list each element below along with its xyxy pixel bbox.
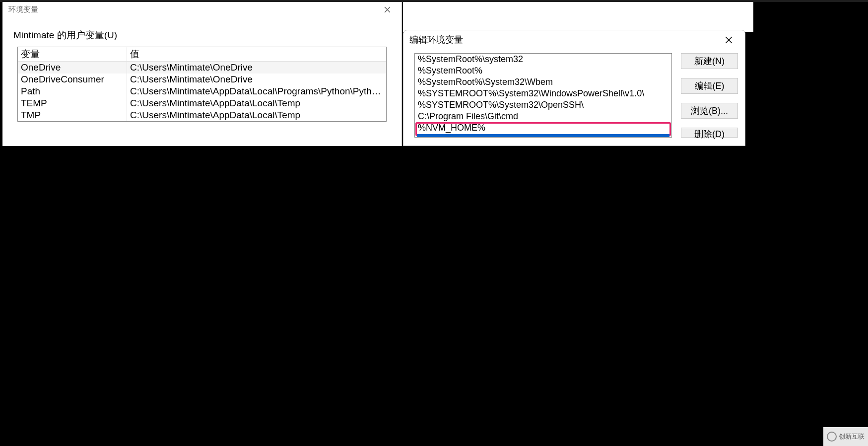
col-variable[interactable]: 变量 bbox=[18, 47, 127, 61]
table-header: 变量 值 bbox=[18, 47, 386, 62]
browse-button[interactable]: 浏览(B)... bbox=[681, 103, 738, 119]
edit-button[interactable]: 编辑(E) bbox=[681, 78, 738, 94]
title-bar: 环境变量 bbox=[2, 2, 401, 17]
list-item[interactable]: %SystemRoot%\system32 bbox=[415, 54, 671, 65]
table-row[interactable]: TEMP C:\Users\Mintimate\AppData\Local\Te… bbox=[18, 97, 386, 109]
user-vars-section-label: Mintimate 的用户变量(U) bbox=[2, 17, 401, 45]
list-item[interactable]: %SYSTEMROOT%\System32\OpenSSH\ bbox=[415, 99, 671, 111]
env-vars-dialog: 环境变量 Mintimate 的用户变量(U) 变量 值 OneDrive C:… bbox=[2, 2, 402, 146]
path-listbox[interactable]: %SystemRoot%\system32 %SystemRoot% %Syst… bbox=[414, 53, 672, 138]
delete-button[interactable]: 删除(D) bbox=[681, 128, 738, 138]
close-icon[interactable] bbox=[376, 2, 399, 16]
dialog-title: 环境变量 bbox=[8, 5, 38, 14]
cell-var: OneDrive bbox=[18, 62, 127, 74]
table-row[interactable]: OneDrive C:\Users\Mintimate\OneDrive bbox=[18, 62, 386, 74]
list-item[interactable]: C:\Program Files\Git\cmd bbox=[415, 111, 671, 122]
user-vars-table[interactable]: 变量 值 OneDrive C:\Users\Mintimate\OneDriv… bbox=[17, 47, 387, 122]
edit-env-var-dialog: 编辑环境变量 %SystemRoot%\system32 %SystemRoot… bbox=[403, 30, 745, 146]
col-value[interactable]: 值 bbox=[127, 47, 386, 61]
list-item[interactable]: %SystemRoot%\System32\Wbem bbox=[415, 76, 671, 88]
table-row[interactable]: OneDriveConsumer C:\Users\Mintimate\OneD… bbox=[18, 74, 386, 85]
list-item[interactable]: %SYSTEMROOT%\System32\WindowsPowerShell\… bbox=[415, 88, 671, 99]
cell-val: C:\Users\Mintimate\AppData\Local\Temp bbox=[127, 109, 386, 121]
list-item[interactable]: %SystemRoot% bbox=[415, 65, 671, 76]
cell-var: TEMP bbox=[18, 97, 127, 109]
cell-val: C:\Users\Mintimate\AppData\Local\Program… bbox=[127, 85, 386, 97]
cell-var: TMP bbox=[18, 109, 127, 121]
list-item[interactable]: %NVM_HOME% bbox=[415, 122, 671, 134]
title-bar: 编辑环境变量 bbox=[403, 30, 745, 49]
table-row[interactable]: TMP C:\Users\Mintimate\AppData\Local\Tem… bbox=[18, 109, 386, 121]
watermark-text: 创新互联 bbox=[839, 432, 865, 441]
button-column: 新建(N) 编辑(E) 浏览(B)... 删除(D) bbox=[681, 53, 738, 138]
cell-var: OneDriveConsumer bbox=[18, 74, 127, 85]
selected-row-band bbox=[417, 134, 669, 138]
cell-val: C:\Users\Mintimate\OneDrive bbox=[127, 74, 386, 85]
watermark: 创新互联 bbox=[823, 427, 868, 446]
new-button[interactable]: 新建(N) bbox=[681, 53, 738, 69]
cell-val: C:\Users\Mintimate\AppData\Local\Temp bbox=[127, 97, 386, 109]
background-panel bbox=[403, 2, 753, 32]
cell-val: C:\Users\Mintimate\OneDrive bbox=[127, 62, 386, 74]
dialog-body: %SystemRoot%\system32 %SystemRoot% %Syst… bbox=[403, 49, 745, 138]
dialog-title: 编辑环境变量 bbox=[409, 34, 463, 46]
table-row[interactable]: Path C:\Users\Mintimate\AppData\Local\Pr… bbox=[18, 85, 386, 97]
cell-var: Path bbox=[18, 85, 127, 97]
watermark-icon bbox=[827, 432, 837, 442]
close-icon[interactable] bbox=[718, 33, 740, 47]
